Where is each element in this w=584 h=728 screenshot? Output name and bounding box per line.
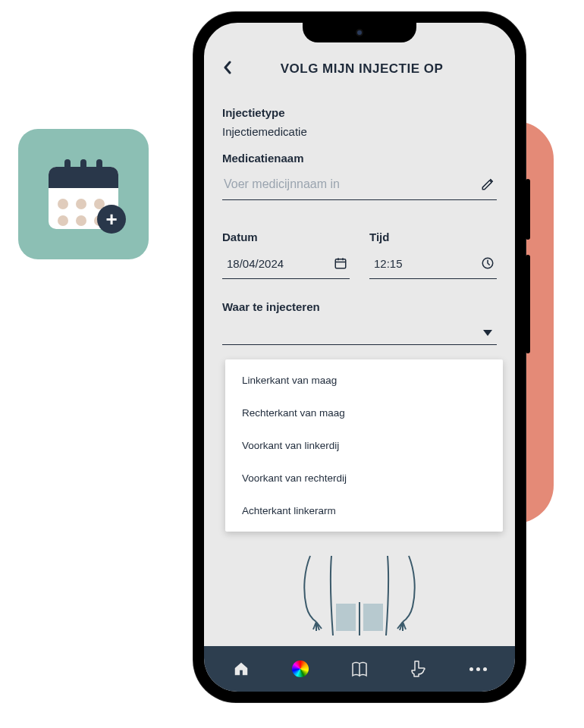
app-header: VOLG MIJN INJECTIE OP	[222, 53, 497, 93]
medication-name-label: Medicatienaam	[222, 152, 497, 165]
body-illustration	[295, 552, 424, 635]
dropdown-item[interactable]: Rechterkant van maag	[225, 397, 503, 429]
calendar-card: +	[18, 129, 149, 259]
injection-location-section: Waar te injecteren Linkerkant van maag R…	[222, 300, 497, 345]
clock-icon[interactable]	[480, 256, 495, 271]
calendar-plus-icon: +	[49, 159, 118, 229]
svg-rect-2	[336, 604, 356, 631]
medication-name-field[interactable]	[222, 171, 497, 200]
back-button[interactable]	[222, 59, 233, 79]
nav-home-icon[interactable]	[230, 657, 253, 680]
bottom-nav	[204, 646, 515, 692]
injection-location-label: Waar te injecteren	[222, 300, 497, 313]
time-value: 12:15	[374, 257, 474, 270]
date-column: Datum 18/04/2024	[222, 217, 350, 279]
dropdown-item[interactable]: Linkerkant van maag	[225, 364, 503, 397]
datetime-row: Datum 18/04/2024 Tijd 12:15	[222, 217, 497, 279]
injection-location-dropdown: Linkerkant van maag Rechterkant van maag…	[225, 359, 503, 532]
dropdown-item[interactable]: Achterkant linkerarm	[225, 494, 503, 527]
phone-frame: VOLG MIJN INJECTIE OP Injectietype Injec…	[193, 12, 526, 702]
page-title: VOLG MIJN INJECTIE OP	[243, 61, 480, 77]
date-label: Datum	[222, 231, 350, 243]
calendar-icon[interactable]	[333, 256, 348, 271]
time-field[interactable]: 12:15	[369, 249, 497, 279]
medication-name-input[interactable]	[224, 177, 474, 191]
date-field[interactable]: 18/04/2024	[222, 249, 350, 279]
nav-color-icon[interactable]	[289, 657, 312, 680]
app-content: VOLG MIJN INJECTIE OP Injectietype Injec…	[204, 23, 515, 692]
svg-rect-0	[335, 259, 346, 268]
date-value: 18/04/2024	[227, 257, 327, 270]
svg-rect-3	[363, 604, 383, 631]
injection-type-label: Injectietype	[222, 106, 497, 119]
chevron-down-icon	[483, 330, 492, 336]
time-label: Tijd	[369, 231, 497, 243]
nav-toilet-icon[interactable]	[407, 657, 430, 680]
edit-icon[interactable]	[480, 177, 495, 192]
nav-more-icon[interactable]	[466, 657, 489, 680]
time-column: Tijd 12:15	[369, 217, 497, 279]
injection-type-value: Injectiemedicatie	[222, 125, 497, 138]
phone-screen: VOLG MIJN INJECTIE OP Injectietype Injec…	[204, 23, 515, 692]
nav-book-icon[interactable]	[348, 657, 371, 680]
dropdown-item[interactable]: Voorkant van rechterdij	[225, 462, 503, 494]
dropdown-item[interactable]: Voorkant van linkerdij	[225, 429, 503, 462]
injection-location-select[interactable]	[222, 321, 497, 345]
